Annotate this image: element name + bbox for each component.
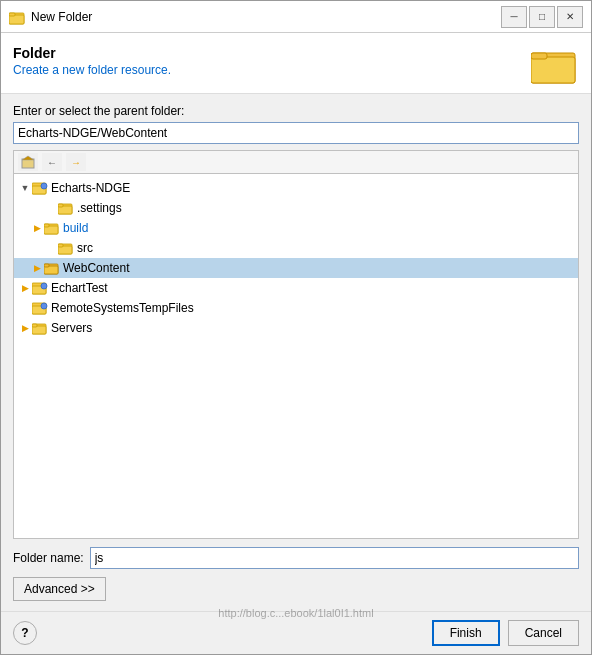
title-bar-icon: [9, 9, 25, 25]
tree-item[interactable]: src: [14, 238, 578, 258]
tree-item-label: EchartTest: [51, 281, 108, 295]
close-button[interactable]: ✕: [557, 6, 583, 28]
bottom-section: Folder name: Advanced >>: [13, 539, 579, 601]
cancel-button[interactable]: Cancel: [508, 620, 579, 646]
tree-item-label: RemoteSystemsTempFiles: [51, 301, 194, 315]
dialog-window: New Folder ─ □ ✕ Folder Create a new fol…: [0, 0, 592, 655]
project-icon: [32, 301, 48, 315]
body: Enter or select the parent folder: ← → ▼: [1, 94, 591, 611]
footer: ? Finish Cancel: [1, 611, 591, 654]
project-icon: [32, 281, 48, 295]
folder-icon: [58, 201, 74, 215]
tree-item-label: Echarts-NDGE: [51, 181, 130, 195]
tree-item[interactable]: ▶ EchartTest: [14, 278, 578, 298]
nav-forward-button[interactable]: →: [66, 153, 86, 171]
header-subtitle: Create a new folder resource.: [13, 63, 171, 77]
project-icon: [32, 181, 48, 195]
tree-item[interactable]: RemoteSystemsTempFiles: [14, 298, 578, 318]
svg-marker-7: [22, 156, 34, 160]
title-bar-buttons: ─ □ ✕: [501, 6, 583, 28]
title-bar: New Folder ─ □ ✕: [1, 1, 591, 33]
title-bar-text: New Folder: [31, 10, 501, 24]
tree-area: ▼ Echarts-NDGE .settings: [13, 173, 579, 539]
folder-open-icon: [44, 261, 60, 275]
tree-expander[interactable]: ▶: [18, 321, 32, 335]
tree-item-label: WebContent: [63, 261, 130, 275]
tree-item-label: Servers: [51, 321, 92, 335]
svg-rect-5: [531, 53, 547, 59]
svg-rect-16: [44, 224, 49, 227]
finish-button[interactable]: Finish: [432, 620, 500, 646]
help-button[interactable]: ?: [13, 621, 37, 645]
tree-item-selected[interactable]: ▶ WebContent: [14, 258, 578, 278]
tree-expander[interactable]: [44, 241, 58, 255]
tree-item[interactable]: ▶ Servers: [14, 318, 578, 338]
folder-icon: [32, 321, 48, 335]
svg-point-28: [41, 303, 47, 309]
svg-point-25: [41, 283, 47, 289]
tree-item[interactable]: .settings: [14, 198, 578, 218]
footer-buttons: Finish Cancel: [432, 620, 579, 646]
parent-folder-input[interactable]: [13, 122, 579, 144]
folder-icon: [44, 221, 60, 235]
svg-rect-22: [44, 264, 49, 267]
advanced-button[interactable]: Advanced >>: [13, 577, 106, 601]
svg-rect-6: [22, 159, 34, 168]
tree-item-label: .settings: [77, 201, 122, 215]
svg-rect-13: [58, 204, 63, 207]
tree-item[interactable]: ▶ build: [14, 218, 578, 238]
svg-rect-4: [531, 57, 575, 83]
svg-rect-2: [9, 13, 15, 16]
parent-folder-label: Enter or select the parent folder:: [13, 104, 579, 118]
tree-toolbar: ← →: [13, 150, 579, 173]
tree-expander[interactable]: [44, 201, 58, 215]
tree-expander[interactable]: ▶: [30, 221, 44, 235]
header-title: Folder: [13, 45, 171, 61]
folder-name-input[interactable]: [90, 547, 579, 569]
tree-expander[interactable]: ▼: [18, 181, 32, 195]
home-icon: [21, 155, 35, 169]
minimize-button[interactable]: ─: [501, 6, 527, 28]
large-folder-icon: [531, 45, 579, 85]
svg-rect-19: [58, 244, 63, 247]
folder-icon: [58, 241, 74, 255]
tree-expander[interactable]: ▶: [30, 261, 44, 275]
tree-item-label: build: [63, 221, 88, 235]
nav-back-button[interactable]: ←: [42, 153, 62, 171]
header-section: Folder Create a new folder resource.: [1, 33, 591, 94]
tree-expander[interactable]: ▶: [18, 281, 32, 295]
tree-item[interactable]: ▼ Echarts-NDGE: [14, 178, 578, 198]
folder-name-label: Folder name:: [13, 551, 84, 565]
svg-rect-31: [32, 324, 37, 327]
svg-point-10: [41, 183, 47, 189]
nav-home-button[interactable]: [18, 153, 38, 171]
tree-item-label: src: [77, 241, 93, 255]
maximize-button[interactable]: □: [529, 6, 555, 28]
tree-expander[interactable]: [18, 301, 32, 315]
folder-name-row: Folder name:: [13, 547, 579, 569]
